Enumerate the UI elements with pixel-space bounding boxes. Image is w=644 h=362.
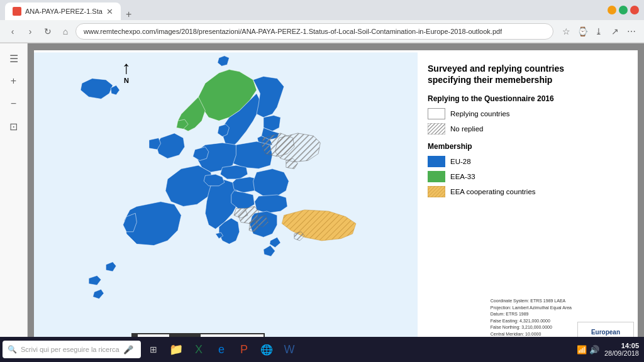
pdf-fit[interactable]: ⊡: [4, 116, 24, 136]
replying-countries-swatch: [428, 108, 445, 119]
back-button[interactable]: ‹: [5, 24, 20, 39]
chrome-icon: 🌐: [260, 344, 273, 356]
eea-coop-label: EEA cooperating countries: [450, 188, 536, 195]
download-button[interactable]: ⤓: [591, 24, 606, 39]
svg-rect-5: [428, 123, 445, 134]
eea33-item: EEA-33: [428, 171, 628, 182]
network-icon: 📶: [577, 345, 587, 354]
close-button[interactable]: [630, 6, 639, 14]
coord-line3: Datum: ETRS 1989: [491, 311, 572, 318]
search-placeholder: Scrivi qui per eseguire la ricerca: [21, 346, 119, 353]
replying-countries-item: Replying countries: [428, 108, 628, 119]
tab-close-btn[interactable]: ✕: [106, 7, 113, 16]
no-replied-item: No replied: [428, 123, 628, 134]
tab-title: ANA-PAYA-PEREZ-1.Sta: [25, 8, 103, 15]
volume-icon: 🔊: [589, 345, 599, 354]
task-view-icon: ⊞: [150, 344, 157, 354]
new-tab-button[interactable]: +: [121, 9, 136, 20]
eea33-label: EEA-33: [450, 173, 475, 180]
excel-icon: X: [195, 343, 203, 356]
maximize-button[interactable]: [619, 6, 628, 14]
replying-countries-label: Replying countries: [450, 110, 510, 118]
legend-area: Surveyed and replying countries specifyi…: [418, 50, 638, 356]
north-arrow: ↑ N: [122, 59, 131, 84]
eea-coop-swatch: [428, 186, 445, 197]
title-line1: Surveyed and replying countries: [428, 63, 564, 74]
forward-button[interactable]: ›: [23, 24, 38, 39]
history-button[interactable]: ⌚: [575, 24, 590, 39]
search-icon: 🔍: [8, 345, 17, 354]
bookmark-button[interactable]: ☆: [558, 24, 574, 39]
url-text: www.remtechexpo.com/images/2018/presenta…: [84, 28, 502, 35]
questionnaire-label: Replying to the Questionnaire 2016: [428, 94, 628, 103]
pdf-page: ↑ N 0 500 1.000: [28, 43, 644, 362]
file-icon: 📁: [169, 343, 183, 356]
ec-logo-line1: European: [591, 329, 620, 336]
window-controls: [608, 6, 639, 14]
nav-bar: ‹ › ↻ ⌂ www.remtechexpo.com/images/2018/…: [0, 20, 644, 43]
browser-tab[interactable]: ANA-PAYA-PEREZ-1.Sta ✕: [5, 3, 121, 20]
clock: 14:05 28/09/2018: [604, 342, 639, 357]
browser-chrome: ANA-PAYA-PEREZ-1.Sta ✕ + ‹ › ↻ ⌂ www.rem…: [0, 0, 644, 43]
eu28-swatch: [428, 156, 445, 167]
taskbar-search[interactable]: 🔍 Scrivi qui per eseguire la ricerca 🎤: [3, 341, 141, 358]
date-display: 28/09/2018: [604, 349, 639, 357]
coord-line1: Coordinate System: ETRS 1989 LAEA: [491, 298, 572, 305]
home-button[interactable]: ⌂: [58, 24, 73, 39]
tab-favicon: [13, 7, 21, 16]
browser-icon: e: [218, 343, 225, 356]
pdf-zoom-out[interactable]: −: [4, 94, 24, 114]
word-icon: W: [284, 343, 295, 356]
map-container: ↑ N 0 500 1.000: [34, 50, 418, 356]
eu28-label: EU-28: [450, 158, 471, 165]
content-area: ☰ + − ⊡: [0, 43, 644, 362]
eea-coop-item: EEA cooperating countries: [428, 186, 628, 197]
word-button[interactable]: W: [279, 339, 299, 359]
file-explorer-button[interactable]: 📁: [166, 339, 186, 359]
eea33-swatch: [428, 171, 445, 182]
north-letter: N: [124, 77, 129, 84]
tab-area: ANA-PAYA-PEREZ-1.Sta ✕ +: [5, 0, 136, 20]
minimize-button[interactable]: [608, 6, 616, 14]
taskbar: 🔍 Scrivi qui per eseguire la ricerca 🎤 ⊞…: [0, 337, 644, 362]
nav-right-buttons: ☆ ⌚ ⤓ ↗ ⋯: [558, 24, 639, 39]
share-button[interactable]: ↗: [608, 24, 623, 39]
coord-line5: False Northing: 3,210,000.0000: [491, 324, 572, 331]
reload-button[interactable]: ↻: [40, 24, 55, 39]
coord-line4: False Easting: 4,321,000.0000: [491, 318, 572, 325]
ppt-icon: P: [240, 343, 248, 356]
task-view-button[interactable]: ⊞: [143, 339, 164, 359]
svg-rect-8: [428, 186, 445, 197]
chrome-button[interactable]: 🌐: [257, 339, 277, 359]
pdf-sidebar: ☰ + − ⊡: [0, 43, 28, 362]
eu28-item: EU-28: [428, 156, 628, 167]
taskbar-right: 📶 🔊 14:05 28/09/2018: [577, 342, 641, 357]
powerpoint-button[interactable]: P: [234, 339, 254, 359]
no-replied-label: No replied: [450, 125, 483, 133]
map-title: Surveyed and replying countries specifyi…: [428, 63, 628, 85]
pdf-document: ↑ N 0 500 1.000: [34, 50, 638, 356]
mic-icon[interactable]: 🎤: [123, 345, 133, 354]
no-replied-swatch: [428, 123, 445, 134]
membership-title: Membership: [428, 142, 628, 151]
coord-line2: Projection: Lambert Azimuthal Equal Area: [491, 305, 572, 312]
system-tray: 📶 🔊: [577, 345, 599, 354]
edge-button[interactable]: e: [211, 339, 231, 359]
title-line2: specifying their memebership: [428, 75, 552, 85]
time-display: 14:05: [604, 342, 639, 349]
europe-map: [34, 50, 418, 356]
excel-button[interactable]: X: [189, 339, 209, 359]
address-bar[interactable]: www.remtechexpo.com/images/2018/presenta…: [75, 23, 553, 40]
pdf-sidebar-toggle[interactable]: ☰: [4, 48, 24, 69]
north-arrow-symbol: ↑: [122, 59, 131, 77]
menu-button[interactable]: ⋯: [624, 24, 639, 39]
title-bar: ANA-PAYA-PEREZ-1.Sta ✕ +: [0, 0, 644, 20]
pdf-zoom-in[interactable]: +: [4, 71, 24, 91]
